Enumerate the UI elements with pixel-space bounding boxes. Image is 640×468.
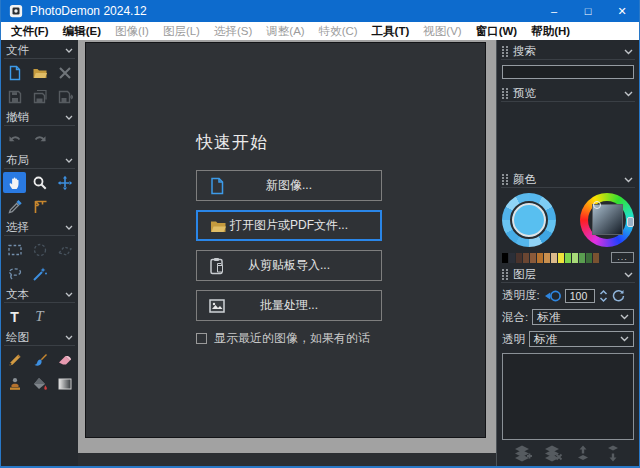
- pencil-icon: [7, 352, 23, 368]
- menu-layer: 图层(L): [156, 22, 207, 40]
- toolbox-section-select[interactable]: 选择: [4, 221, 75, 236]
- alpha-mode-value: 标准: [534, 332, 557, 347]
- hue-wheel[interactable]: [580, 193, 634, 247]
- pencil-tool[interactable]: [3, 349, 26, 370]
- search-input[interactable]: [502, 65, 634, 79]
- rect-select-tool[interactable]: [3, 239, 26, 260]
- text-tool-icon: T: [10, 310, 19, 324]
- hand-tool[interactable]: [3, 172, 26, 193]
- fill-tool[interactable]: [28, 373, 51, 394]
- new-image-tool[interactable]: [3, 62, 26, 83]
- blend-mode-label: 混合:: [502, 310, 528, 325]
- alpha-mode-select[interactable]: 标准: [529, 331, 634, 347]
- zoom-tool[interactable]: [28, 172, 51, 193]
- close-x-icon: [57, 65, 73, 81]
- toolbox-section-layout-label: 布局: [6, 153, 29, 168]
- chevron-down-icon: [65, 48, 73, 53]
- open-file-button[interactable]: 打开图片或PDF文件...: [196, 210, 382, 241]
- clone-stamp-icon: [7, 376, 23, 392]
- paste-clipboard-button-label: 从剪贴板导入...: [248, 257, 330, 274]
- magic-wand-tool[interactable]: [28, 263, 51, 284]
- chevron-down-icon[interactable]: [624, 177, 633, 183]
- toolbox-section-layout[interactable]: 布局: [4, 154, 75, 169]
- lasso-select-tool[interactable]: [3, 263, 26, 284]
- advanced-text-tool[interactable]: T: [28, 306, 51, 327]
- blend-mode-select[interactable]: 标准: [532, 309, 634, 325]
- menu-effects: 特效(C): [312, 22, 365, 40]
- preview-panel-header[interactable]: 预览: [501, 86, 635, 102]
- drag-grip-icon[interactable]: [502, 269, 508, 280]
- chevron-down-icon[interactable]: [624, 91, 633, 97]
- toolbox-section-text[interactable]: 文本: [4, 288, 75, 303]
- drag-grip-icon[interactable]: [502, 174, 508, 185]
- rect-select-icon: [7, 242, 23, 258]
- measure-tool[interactable]: [28, 196, 51, 217]
- toolbox-section-file[interactable]: 文件: [4, 44, 75, 59]
- drag-grip-icon[interactable]: [502, 88, 508, 99]
- add-layer-icon: [513, 445, 533, 462]
- checkbox-unchecked[interactable]: [196, 333, 207, 344]
- hand-icon: [7, 175, 23, 191]
- search-panel-header[interactable]: 搜索: [501, 44, 635, 60]
- open-image-tool[interactable]: [28, 62, 51, 83]
- new-image-button[interactable]: 新图像...: [196, 170, 382, 201]
- layers-list[interactable]: [502, 353, 634, 440]
- menu-window[interactable]: 窗口(W): [469, 22, 525, 40]
- paste-clipboard-button[interactable]: 从剪贴板导入...: [196, 250, 382, 281]
- maximize-button[interactable]: □: [571, 0, 605, 22]
- chevron-down-icon[interactable]: [624, 49, 633, 55]
- sv-selection-marker[interactable]: [593, 201, 601, 209]
- right-panel: 搜索 预览 颜色: [496, 40, 639, 466]
- menu-help[interactable]: 帮助(H): [524, 22, 577, 40]
- ellipse-select-tool[interactable]: [28, 239, 51, 260]
- app-logo-icon: [9, 4, 23, 18]
- save-as-tool: [53, 86, 76, 107]
- show-recent-checkbox-row[interactable]: 显示最近的图像，如果有的话: [196, 330, 382, 347]
- eraser-tool[interactable]: [53, 349, 76, 370]
- clone-stamp-tool[interactable]: [3, 373, 26, 394]
- move-arrows-icon: [57, 175, 73, 191]
- chevron-down-icon: [620, 336, 629, 342]
- polygon-select-icon: [57, 242, 73, 258]
- opacity-spinner[interactable]: [599, 289, 608, 303]
- opacity-value-input[interactable]: 100: [565, 289, 595, 303]
- opacity-slider[interactable]: [544, 289, 561, 303]
- photodemon-window: PhotoDemon 2024.12 – □ ✕ 文件(F) 编辑(E) 图像(…: [0, 0, 640, 468]
- menu-tools[interactable]: 工具(T): [365, 22, 417, 40]
- close-image-tool[interactable]: [53, 62, 76, 83]
- color-picker-tool[interactable]: [3, 196, 26, 217]
- batch-process-button[interactable]: 批量处理...: [196, 290, 382, 321]
- eyedropper-icon: [7, 199, 23, 215]
- current-color-swatch[interactable]: [512, 203, 546, 237]
- chevron-down-icon[interactable]: [624, 272, 633, 278]
- hue-selection-marker[interactable]: [627, 217, 634, 227]
- paintbrush-tool[interactable]: [28, 349, 51, 370]
- basic-text-tool[interactable]: T: [3, 306, 26, 327]
- paintbrush-icon: [32, 352, 48, 368]
- color-panel-header[interactable]: 颜色: [501, 172, 635, 188]
- toolbox-section-undo[interactable]: 撤销: [4, 111, 75, 126]
- batch-process-button-label: 批量处理...: [260, 297, 318, 314]
- opacity-reset-icon[interactable]: [612, 289, 625, 302]
- palette-more-button[interactable]: ...: [611, 252, 634, 263]
- eraser-icon: [57, 352, 73, 368]
- preview-empty-area: [501, 104, 635, 170]
- ellipse-select-icon: [32, 242, 48, 258]
- menu-file[interactable]: 文件(F): [4, 22, 56, 40]
- toolbox-section-undo-label: 撤销: [6, 110, 29, 125]
- drag-grip-icon[interactable]: [502, 46, 508, 57]
- color-harmony-wheel[interactable]: [502, 193, 556, 247]
- move-tool[interactable]: [53, 172, 76, 193]
- chevron-down-icon: [65, 158, 73, 163]
- gradient-tool[interactable]: [53, 373, 76, 394]
- close-button[interactable]: ✕: [605, 0, 639, 22]
- toolbox-section-paint[interactable]: 绘图: [4, 331, 75, 346]
- layers-panel-header[interactable]: 图层: [501, 267, 635, 283]
- minimize-button[interactable]: –: [537, 0, 571, 22]
- image-batch-icon: [208, 297, 226, 315]
- raise-layer-icon: [573, 445, 593, 462]
- quick-start-title: 快速开始: [196, 131, 382, 154]
- chevron-down-icon: [65, 292, 73, 297]
- menu-edit[interactable]: 编辑(E): [56, 22, 108, 40]
- polygon-select-tool[interactable]: [53, 239, 76, 260]
